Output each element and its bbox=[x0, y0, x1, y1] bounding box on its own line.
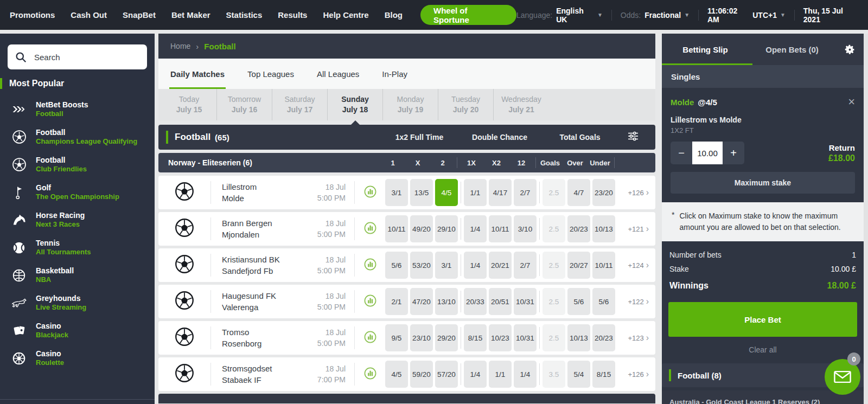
stake-input[interactable] bbox=[692, 142, 723, 164]
tab-open-bets[interactable]: Open Bets (0) bbox=[749, 45, 835, 54]
day-july-15[interactable]: TodayJuly 15 bbox=[162, 89, 217, 120]
odds-chip[interactable]: 29/10 bbox=[435, 215, 458, 242]
tab-betting-slip[interactable]: Betting Slip bbox=[662, 45, 749, 54]
day-july-20[interactable]: TuesdayJuly 20 bbox=[438, 89, 494, 120]
match-stats-button[interactable] bbox=[355, 185, 385, 200]
timezone-value[interactable]: UTC+1 bbox=[752, 11, 777, 20]
odds-chip[interactable]: 4/7 bbox=[567, 179, 590, 206]
day-july-21[interactable]: WednesdayJuly 21 bbox=[494, 89, 549, 120]
match-stats-button[interactable] bbox=[355, 258, 385, 273]
odds-chip[interactable]: 13/10 bbox=[435, 288, 458, 315]
search-input[interactable] bbox=[33, 52, 143, 62]
sidebar-item-nba[interactable]: BasketballNBA bbox=[0, 261, 155, 289]
odds-chip[interactable]: 2/7 bbox=[514, 252, 537, 279]
settings-button[interactable] bbox=[835, 44, 864, 55]
odds-chip[interactable]: 2/1 bbox=[385, 288, 408, 315]
odds-chip[interactable]: 10/11 bbox=[489, 215, 512, 242]
clear-all-button[interactable]: Clear all bbox=[662, 345, 864, 354]
sidebar-item-champions-league-qualifying[interactable]: FootballChampions League Qualifying bbox=[0, 123, 155, 151]
odds-chip[interactable]: 23/10 bbox=[410, 324, 433, 351]
day-july-17[interactable]: SaturdayJuly 17 bbox=[272, 89, 328, 120]
odds-chip[interactable]: 1/4 bbox=[464, 215, 487, 242]
maximum-stake-button[interactable]: Maximum stake bbox=[671, 172, 855, 194]
odds-chip[interactable]: 4/5 bbox=[435, 179, 458, 206]
nav-item-cash-out[interactable]: Cash Out bbox=[71, 10, 107, 20]
odds-chip[interactable]: 4/5 bbox=[385, 361, 408, 388]
odds-chip[interactable]: 8/15 bbox=[464, 324, 487, 351]
odds-chip[interactable]: 2/7 bbox=[514, 179, 537, 206]
nav-item-help-centre[interactable]: Help Centre bbox=[323, 10, 368, 20]
day-july-18[interactable]: SundayJuly 18 bbox=[328, 89, 383, 120]
nav-item-bet-maker[interactable]: Bet Maker bbox=[171, 10, 210, 20]
odds-chip[interactable]: 8/15 bbox=[592, 361, 615, 388]
sidebar-item-all-tournaments[interactable]: TennisAll Tournaments bbox=[0, 234, 155, 261]
sidebar-item-roulette[interactable]: CasinoRoulette bbox=[0, 344, 155, 372]
odds-chip[interactable]: 47/20 bbox=[410, 288, 433, 315]
sidebar-item-football[interactable]: NetBet BoostsFootball bbox=[0, 95, 155, 123]
odds-chip[interactable]: 23/20 bbox=[592, 179, 615, 206]
sidebar-item-live-streaming[interactable]: GreyhoundsLive Streaming bbox=[0, 289, 155, 317]
nav-item-blog[interactable]: Blog bbox=[385, 10, 403, 20]
more-markets[interactable]: +124› bbox=[617, 260, 649, 270]
odds-chip[interactable]: 10/31 bbox=[514, 324, 537, 351]
sidebar-item-blackjack[interactable]: CasinoBlackjack bbox=[0, 317, 155, 344]
odds-chip[interactable]: 10/23 bbox=[489, 324, 512, 351]
odds-chip[interactable]: 10/11 bbox=[385, 215, 408, 242]
odds-chip[interactable]: 1/4 bbox=[464, 361, 487, 388]
match-stats-button[interactable] bbox=[355, 222, 385, 236]
odds-chip[interactable]: 5/6 bbox=[567, 288, 590, 315]
tab-top-leagues[interactable]: Top Leagues bbox=[247, 59, 294, 89]
odds-chip[interactable]: 20/23 bbox=[592, 324, 615, 351]
close-icon[interactable]: × bbox=[848, 97, 855, 107]
odds-chip[interactable]: 20/23 bbox=[567, 215, 590, 242]
tab-all-leagues[interactable]: All Leagues bbox=[317, 59, 359, 89]
scrollbar[interactable] bbox=[864, 34, 868, 404]
more-markets[interactable]: +121› bbox=[617, 224, 649, 234]
tab-daily-matches[interactable]: Daily Matches bbox=[170, 59, 225, 89]
odds-chip[interactable]: 53/20 bbox=[410, 252, 433, 279]
tab-in-play[interactable]: In-Play bbox=[382, 59, 407, 89]
odds-chip[interactable]: 10/31 bbox=[514, 288, 537, 315]
stake-increase-button[interactable]: + bbox=[723, 142, 744, 164]
odds-chip[interactable]: 5/6 bbox=[592, 288, 615, 315]
odds-chip[interactable]: 49/20 bbox=[410, 215, 433, 242]
odds-chip[interactable]: 10/11 bbox=[592, 252, 615, 279]
nav-item-promotions[interactable]: Promotions bbox=[10, 10, 55, 20]
day-july-19[interactable]: MondayJuly 19 bbox=[383, 89, 438, 120]
odds-chip[interactable]: 5/6 bbox=[385, 252, 408, 279]
more-markets[interactable]: +122› bbox=[617, 297, 649, 306]
place-bet-button[interactable]: Place Bet bbox=[668, 302, 857, 337]
nav-item-snapbet[interactable]: SnapBet bbox=[123, 10, 156, 20]
sidebar-item-the-open-championship[interactable]: GolfThe Open Championship bbox=[0, 178, 155, 206]
odds-chip[interactable]: 20/33 bbox=[464, 288, 487, 315]
odds-chip[interactable]: 3/1 bbox=[435, 252, 458, 279]
odds-format-value[interactable]: Fractional bbox=[644, 11, 681, 20]
odds-chip[interactable]: 9/5 bbox=[385, 324, 408, 351]
odds-chip[interactable]: 10/13 bbox=[592, 215, 615, 242]
chevron-down-icon[interactable]: ▼ bbox=[597, 12, 603, 18]
nav-item-results[interactable]: Results bbox=[278, 10, 307, 20]
match-stats-button[interactable] bbox=[355, 331, 385, 345]
odds-chip[interactable]: 5/4 bbox=[567, 361, 590, 388]
odds-chip[interactable]: 3/1 bbox=[385, 179, 408, 206]
sidebar-item-club-friendlies[interactable]: FootballClub Friendlies bbox=[0, 151, 155, 178]
language-value[interactable]: English UK bbox=[556, 7, 594, 24]
odds-chip[interactable]: 20/51 bbox=[489, 288, 512, 315]
odds-chip[interactable]: 59/20 bbox=[410, 361, 433, 388]
more-markets[interactable]: +126› bbox=[617, 369, 649, 379]
day-july-16[interactable]: TomorrowJuly 16 bbox=[217, 89, 272, 120]
odds-chip[interactable]: 1/1 bbox=[489, 361, 512, 388]
chevron-down-icon[interactable]: ▼ bbox=[780, 12, 786, 18]
odds-chip[interactable]: 57/20 bbox=[435, 361, 458, 388]
breadcrumb-home[interactable]: Home bbox=[170, 42, 190, 50]
stake-decrease-button[interactable]: − bbox=[671, 142, 692, 164]
sidebar-item-next-3-races[interactable]: Horse RacingNext 3 Races bbox=[0, 206, 155, 234]
odds-chip[interactable]: 4/17 bbox=[489, 179, 512, 206]
chevron-down-icon[interactable]: ▼ bbox=[684, 12, 690, 18]
nav-item-statistics[interactable]: Statistics bbox=[226, 10, 263, 20]
odds-chip[interactable]: 20/21 bbox=[489, 252, 512, 279]
more-markets[interactable]: +123› bbox=[617, 333, 649, 343]
odds-chip[interactable]: 3/10 bbox=[514, 215, 537, 242]
match-stats-button[interactable] bbox=[355, 294, 385, 309]
more-markets[interactable]: +126› bbox=[617, 188, 649, 197]
